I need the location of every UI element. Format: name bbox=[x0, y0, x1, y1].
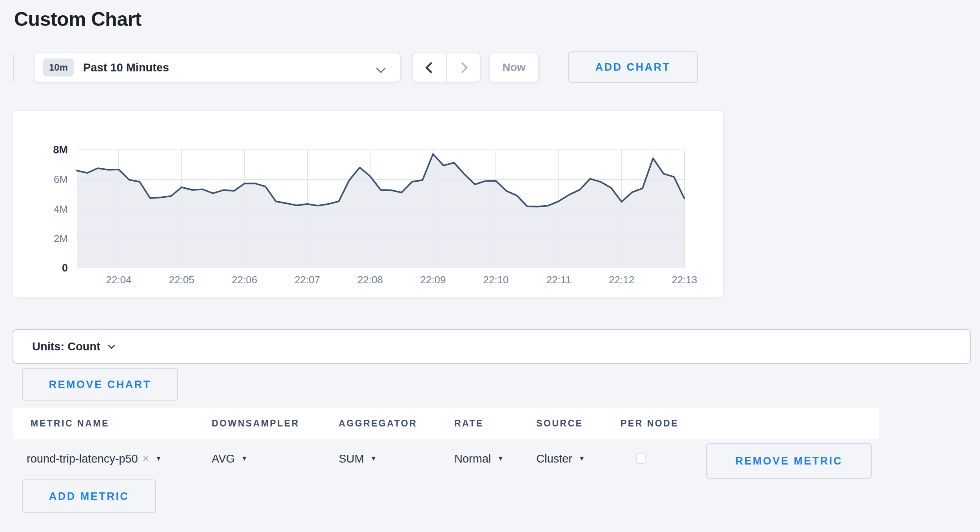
svg-text:0: 0 bbox=[62, 262, 68, 274]
chevron-down-icon bbox=[108, 342, 115, 349]
col-header-metric-name: METRIC NAME bbox=[31, 408, 109, 439]
chart-card: 02M4M6M8M22:0422:0522:0622:0722:0822:092… bbox=[13, 110, 724, 298]
metrics-table-header: METRIC NAME DOWNSAMPLER AGGREGATOR RATE … bbox=[13, 408, 879, 439]
caret-down-icon: ▼ bbox=[370, 455, 377, 463]
downsampler-dropdown[interactable]: AVG ▼ bbox=[212, 439, 248, 479]
caret-down-icon: ▼ bbox=[497, 455, 504, 463]
per-node-checkbox[interactable] bbox=[636, 453, 646, 464]
units-label: Units: Count bbox=[32, 340, 100, 353]
source-dropdown[interactable]: Cluster ▼ bbox=[536, 439, 585, 479]
col-header-aggregator: AGGREGATOR bbox=[339, 408, 417, 439]
svg-text:4M: 4M bbox=[54, 203, 68, 215]
svg-text:22:07: 22:07 bbox=[294, 274, 320, 286]
metric-name-value: round-trip-latency-p50 bbox=[27, 452, 138, 465]
col-header-per-node: PER NODE bbox=[621, 408, 679, 439]
svg-text:22:12: 22:12 bbox=[609, 274, 634, 286]
svg-text:22:10: 22:10 bbox=[483, 274, 508, 286]
time-nav-group bbox=[412, 53, 481, 82]
add-chart-button[interactable]: ADD CHART bbox=[568, 51, 698, 83]
chevron-right-icon bbox=[456, 62, 468, 73]
col-header-downsampler: DOWNSAMPLER bbox=[212, 408, 299, 439]
clear-metric-icon[interactable]: × bbox=[143, 452, 149, 465]
custom-chart-svg[interactable]: 02M4M6M8M22:0422:0522:0622:0722:0822:092… bbox=[13, 111, 724, 298]
remove-chart-button[interactable]: REMOVE CHART bbox=[22, 368, 178, 401]
aggregator-dropdown[interactable]: SUM ▼ bbox=[339, 439, 377, 479]
svg-text:22:04: 22:04 bbox=[106, 274, 131, 286]
chevron-down-icon bbox=[376, 64, 385, 73]
svg-text:22:13: 22:13 bbox=[671, 274, 697, 286]
add-metric-button[interactable]: ADD METRIC bbox=[22, 479, 156, 513]
rate-dropdown[interactable]: Normal ▼ bbox=[454, 439, 504, 479]
aggregator-value: SUM bbox=[339, 452, 364, 465]
col-header-source: SOURCE bbox=[536, 408, 583, 439]
units-dropdown[interactable]: Units: Count bbox=[13, 329, 971, 364]
chevron-left-icon bbox=[425, 62, 437, 73]
source-value: Cluster bbox=[536, 452, 572, 465]
col-header-rate: RATE bbox=[454, 408, 484, 439]
time-range-label: Past 10 Minutes bbox=[83, 61, 169, 74]
svg-text:22:06: 22:06 bbox=[232, 274, 257, 286]
toolbar-left-rule bbox=[13, 54, 14, 82]
svg-text:22:05: 22:05 bbox=[169, 274, 194, 286]
remove-metric-button[interactable]: REMOVE METRIC bbox=[706, 443, 872, 479]
metric-name-dropdown[interactable]: round-trip-latency-p50 × ▼ bbox=[27, 439, 162, 479]
caret-down-icon: ▼ bbox=[579, 455, 585, 463]
time-range-dropdown[interactable]: 10m Past 10 Minutes bbox=[34, 53, 401, 82]
svg-text:22:09: 22:09 bbox=[420, 274, 446, 286]
rate-value: Normal bbox=[454, 452, 491, 465]
custom-chart-page: { "page": { "title": "Custom Chart", "ba… bbox=[0, 0, 980, 532]
caret-down-icon: ▼ bbox=[241, 455, 248, 463]
svg-text:8M: 8M bbox=[53, 144, 68, 156]
downsampler-value: AVG bbox=[212, 452, 235, 465]
time-range-badge: 10m bbox=[43, 58, 74, 77]
metric-table-row: round-trip-latency-p50 × ▼ AVG ▼ SUM ▼ N… bbox=[13, 439, 879, 479]
time-next-button[interactable] bbox=[447, 53, 480, 82]
time-prev-button[interactable] bbox=[413, 53, 447, 82]
caret-down-icon: ▼ bbox=[155, 455, 162, 463]
svg-text:22:08: 22:08 bbox=[358, 274, 383, 286]
svg-text:2M: 2M bbox=[54, 233, 68, 244]
page-title: Custom Chart bbox=[14, 8, 142, 31]
svg-text:22:11: 22:11 bbox=[546, 274, 571, 286]
svg-text:6M: 6M bbox=[54, 173, 68, 185]
now-button[interactable]: Now bbox=[489, 53, 539, 82]
